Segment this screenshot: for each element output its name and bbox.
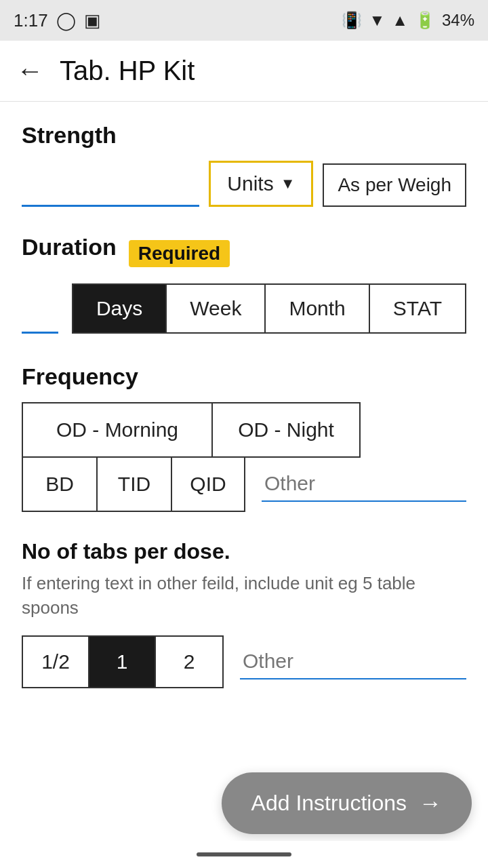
required-badge: Required [129, 240, 230, 267]
strength-input[interactable] [22, 171, 199, 207]
freq-other-input[interactable] [262, 467, 466, 500]
as-per-weigh-button[interactable]: As per Weigh [323, 163, 466, 207]
duration-row: Days Week Month STAT [22, 283, 466, 334]
duration-section: Duration Required Days Week Month STAT [22, 234, 466, 334]
tabs-per-dose-section: No of tabs per dose. If entering text in… [22, 539, 466, 688]
back-button[interactable]: ← [16, 56, 43, 86]
status-time: 1:17 [14, 10, 48, 31]
freq-qid-button[interactable]: QID [171, 456, 245, 512]
duration-header: Duration Required [22, 234, 466, 273]
frequency-section: Frequency OD - Morning OD - Night BD TID… [22, 363, 466, 512]
tabs-other-wrap [240, 644, 466, 679]
signal-icon: ▲ [392, 11, 408, 30]
status-bar: 1:17 ◯ ▣ 📳 ▼ ▲ 🔋 34% [0, 0, 488, 41]
chevron-down-icon: ▼ [281, 175, 296, 193]
add-instructions-button[interactable]: Add Instructions → [222, 772, 472, 834]
battery-level: 34% [442, 11, 474, 30]
tab-stat[interactable]: STAT [370, 285, 465, 332]
bottom-bar [0, 841, 488, 868]
tabs-per-dose-title: No of tabs per dose. [22, 539, 466, 564]
units-dropdown[interactable]: Units ▼ [209, 161, 313, 207]
battery-icon: 🔋 [415, 11, 435, 30]
tabs-per-dose-hint: If entering text in other feild, include… [22, 571, 466, 620]
frequency-row-2: BD TID QID [22, 456, 466, 512]
duration-tabs: Days Week Month STAT [72, 283, 466, 334]
tabs-buttons: 1/2 1 2 [22, 635, 224, 688]
freq-bd-button[interactable]: BD [22, 456, 96, 512]
tab-days[interactable]: Days [73, 285, 167, 332]
tab-week[interactable]: Week [167, 285, 266, 332]
frequency-row-1: OD - Morning OD - Night [22, 402, 466, 458]
tab-month[interactable]: Month [266, 285, 369, 332]
tabs-half-button[interactable]: 1/2 [23, 637, 89, 687]
home-indicator [197, 852, 291, 856]
frequency-label: Frequency [22, 363, 466, 390]
main-content: Strength Units ▼ As per Weigh Duration R… [0, 102, 488, 868]
status-right: 📳 ▼ ▲ 🔋 34% [342, 11, 474, 30]
vibrate-icon: 📳 [342, 11, 362, 30]
duration-input-wrap [22, 298, 58, 334]
tabs-per-dose-row: 1/2 1 2 [22, 635, 466, 688]
strength-section: Strength Units ▼ As per Weigh [22, 122, 466, 207]
top-bar: ← Tab. HP Kit [0, 41, 488, 102]
strength-row: Units ▼ As per Weigh [22, 161, 466, 207]
freq-tid-button[interactable]: TID [96, 456, 171, 512]
tabs-one-button[interactable]: 1 [89, 637, 156, 687]
tabs-two-button[interactable]: 2 [156, 637, 222, 687]
wifi-icon: ▼ [369, 11, 385, 30]
freq-od-night-button[interactable]: OD - Night [211, 402, 361, 458]
arrow-right-icon: → [419, 790, 442, 816]
add-instructions-label: Add Instructions [251, 791, 407, 816]
status-left: 1:17 ◯ ▣ [14, 10, 101, 31]
duration-input[interactable] [22, 298, 58, 334]
screen-icon: ▣ [84, 10, 101, 31]
page-title: Tab. HP Kit [60, 56, 195, 86]
notification-icon: ◯ [56, 10, 76, 31]
strength-label: Strength [22, 122, 466, 149]
strength-input-wrap [22, 171, 199, 207]
tabs-other-input[interactable] [240, 644, 466, 678]
units-label: Units [227, 172, 273, 195]
freq-other-wrap [262, 467, 466, 502]
freq-od-morning-button[interactable]: OD - Morning [22, 402, 211, 458]
duration-label: Duration [22, 234, 117, 260]
